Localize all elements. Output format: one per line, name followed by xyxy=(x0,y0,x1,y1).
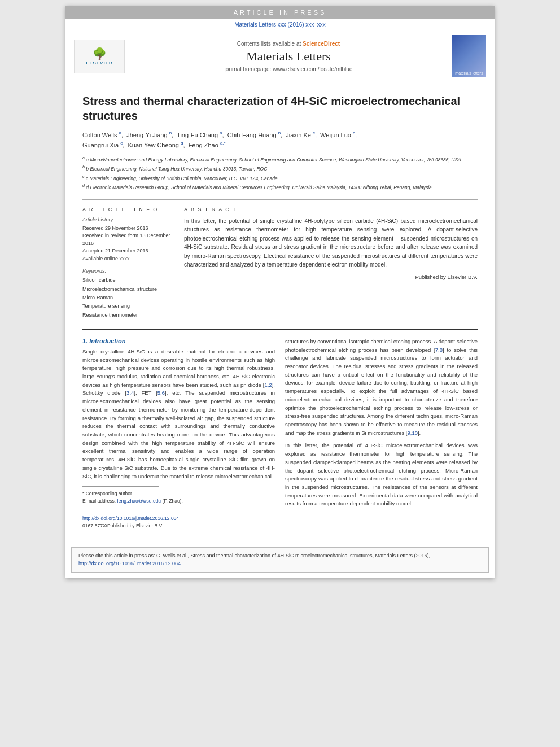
authors-line: Colton Wells a, Jheng-Yi Jiang b, Ting-F… xyxy=(82,130,478,151)
received-date: Received 29 November 2016 xyxy=(82,225,173,233)
elsevier-label: ELSEVIER xyxy=(86,60,113,65)
main-left-col: 1. Introduction Single crystalline 4H-Si… xyxy=(82,338,275,530)
intro-right-text-2: In this letter, the potential of 4H-SiC … xyxy=(285,442,478,508)
article-title: Stress and thermal characterization of 4… xyxy=(82,94,478,123)
abstract-text: In this letter, the potential of single … xyxy=(184,217,478,269)
journal-header-center: Contents lists available at ScienceDirec… xyxy=(133,35,444,77)
elsevier-logo-box: 🌳 ELSEVIER xyxy=(74,40,125,73)
main-content: 1. Introduction Single crystalline 4H-Si… xyxy=(82,329,478,530)
mat-letters-label: materials letters xyxy=(455,71,483,75)
revised-date: Received in revised form 13 December 201… xyxy=(82,232,173,247)
affil-b: b b Electrical Engineering, National Tsi… xyxy=(82,164,478,173)
journal-url-text: Materials Letters xxx (2016) xxx–xxx xyxy=(234,21,326,28)
elsevier-tree-icon: 🌳 xyxy=(93,47,107,60)
keyword-1: Silicon carbide xyxy=(82,276,173,285)
footnote-email-link[interactable]: feng.zhao@wsu.edu xyxy=(117,498,161,504)
footnote-email: E-mail address: feng.zhao@wsu.edu (F. Zh… xyxy=(82,497,275,505)
intro-left-text: Single crystalline 4H-SiC is a desirable… xyxy=(82,348,275,481)
keywords-label: Keywords: xyxy=(82,268,173,274)
ref-7-8[interactable]: 7,8 xyxy=(435,347,443,353)
citation-text: Please cite this article in press as: C.… xyxy=(78,553,430,558)
contents-label: Contents lists available at xyxy=(237,41,301,47)
article-body: Stress and thermal characterization of 4… xyxy=(65,82,495,540)
footnote-doi: http://dx.doi.org/10.1016/j.matlet.2016.… xyxy=(82,515,275,522)
footnote-doi-link[interactable]: http://dx.doi.org/10.1016/j.matlet.2016.… xyxy=(82,516,179,521)
keywords-section: Keywords: Silicon carbide Microelectrome… xyxy=(82,268,173,319)
mat-letters-thumb-img: materials letters xyxy=(452,35,486,77)
abstract-col: A B S T R A C T In this letter, the pote… xyxy=(184,207,478,320)
affil-d: d d Electronic Materials Research Group,… xyxy=(82,183,478,191)
available-date: Available online xxxx xyxy=(82,255,173,263)
footnote-issn: 0167-577X/Published by Elsevier B.V. xyxy=(82,522,275,530)
keyword-5: Resistance thermometer xyxy=(82,311,173,320)
article-history: Article history: Received 29 November 20… xyxy=(82,217,173,263)
journal-header: 🌳 ELSEVIER Contents lists available at S… xyxy=(65,30,495,82)
ref-9-10[interactable]: 9,10 xyxy=(407,430,418,436)
sciencedirect-line: Contents lists available at ScienceDirec… xyxy=(133,41,444,47)
keyword-2: Microelectromechanical structure xyxy=(82,285,173,294)
article-in-press-banner: ARTICLE IN PRESS xyxy=(65,6,495,19)
footnote-divider xyxy=(82,486,159,487)
sciencedirect-link[interactable]: ScienceDirect xyxy=(303,41,340,47)
ref-1-2[interactable]: 1,2 xyxy=(265,382,272,388)
ref-3-4[interactable]: 3,4 xyxy=(126,390,134,396)
article-info-abstract: A R T I C L E I N F O Article history: R… xyxy=(82,199,478,320)
footnote-corresponding: * Corresponding author. xyxy=(82,490,275,497)
ref-5-6[interactable]: 5,6 xyxy=(158,390,165,396)
journal-homepage: journal homepage: www.elsevier.com/locat… xyxy=(133,66,444,72)
affil-a: a a Micro/Nanoelectronics and Energy Lab… xyxy=(82,155,478,164)
article-info-header: A R T I C L E I N F O xyxy=(82,207,173,212)
accepted-date: Accepted 21 December 2016 xyxy=(82,247,173,255)
abstract-header: A B S T R A C T xyxy=(184,207,478,212)
elsevier-logo-area: 🌳 ELSEVIER xyxy=(71,35,128,77)
intro-title: 1. Introduction xyxy=(82,338,275,344)
main-right-col: structures by conventional isotropic che… xyxy=(285,338,478,530)
published-by: Published by Elsevier B.V. xyxy=(184,274,478,280)
citation-box: Please cite this article in press as: C.… xyxy=(71,547,489,573)
journal-url-line: Materials Letters xxx (2016) xxx–xxx xyxy=(65,19,495,30)
affiliations: a a Micro/Nanoelectronics and Energy Lab… xyxy=(82,155,478,191)
affil-c: c c Materials Engineering, University of… xyxy=(82,174,478,182)
intro-right-text-1: structures by conventional isotropic che… xyxy=(285,338,478,438)
citation-doi-link[interactable]: http://dx.doi.org/10.1016/j.matlet.2016.… xyxy=(78,561,181,566)
keyword-4: Temperature sensing xyxy=(82,302,173,311)
article-info-col: A R T I C L E I N F O Article history: R… xyxy=(82,207,173,320)
history-label: Article history: xyxy=(82,217,173,222)
journal-title: Materials Letters xyxy=(133,49,444,64)
journal-thumbnail: materials letters xyxy=(449,35,489,77)
keyword-3: Micro-Raman xyxy=(82,294,173,302)
